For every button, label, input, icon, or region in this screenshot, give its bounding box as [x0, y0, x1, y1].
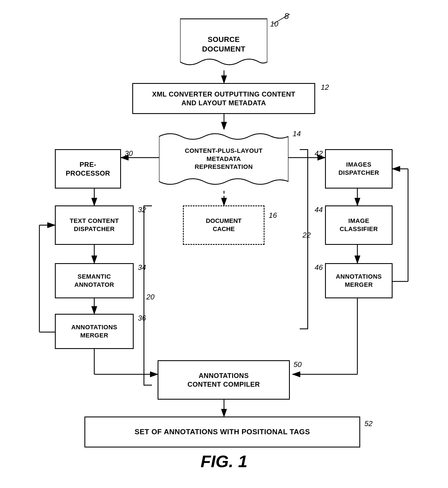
ref-12: 12 — [321, 83, 329, 92]
annotations-content-compiler-box: ANNOTATIONS CONTENT COMPILER — [158, 360, 290, 400]
ref-42: 42 — [315, 149, 323, 158]
ref-50: 50 — [294, 360, 302, 369]
ref-14: 14 — [293, 129, 301, 138]
text-content-dispatcher-box: TEXT CONTENT DISPATCHER — [55, 205, 134, 245]
ref-46: 46 — [315, 263, 323, 272]
ref-16: 16 — [269, 211, 277, 220]
set-of-annotations-box: SET OF ANNOTATIONS WITH POSITIONAL TAGS — [84, 417, 360, 447]
set-of-annotations-label: SET OF ANNOTATIONS WITH POSITIONAL TAGS — [135, 427, 310, 437]
ref-22: 22 — [303, 231, 311, 239]
document-cache-label: DOCUMENT CACHE — [206, 217, 241, 233]
ref-30: 30 — [125, 149, 133, 158]
pre-processor-box: PRE- PROCESSOR — [55, 149, 121, 189]
annotations-merger-right-label: ANNOTATIONS MERGER — [336, 273, 382, 289]
xml-converter-label: XML CONVERTER OUTPUTTING CONTENT AND LAY… — [152, 90, 295, 107]
diagram-container: SOURCE DOCUMENT 10 8 XML CONVERTER OUTPU… — [0, 0, 448, 488]
pre-processor-label: PRE- PROCESSOR — [66, 160, 110, 178]
image-classifier-label: IMAGE CLASSIFIER — [340, 217, 378, 233]
ref8-arrow — [270, 13, 293, 27]
annotations-merger-left-box: ANNOTATIONS MERGER — [55, 314, 134, 349]
content-plus-layout-label: CONTENT-PLUS-LAYOUT METADATA REPRESENTAT… — [185, 147, 263, 171]
content-plus-layout-box: CONTENT-PLUS-LAYOUT METADATA REPRESENTAT… — [159, 129, 288, 189]
images-dispatcher-label: IMAGES DISPATCHER — [339, 161, 379, 177]
svg-line-26 — [273, 14, 290, 24]
document-cache-box: DOCUMENT CACHE — [183, 205, 265, 245]
fig-label: FIG. 1 — [0, 452, 448, 471]
annotations-merger-left-label: ANNOTATIONS MERGER — [71, 323, 117, 339]
source-document-box: SOURCE DOCUMENT — [180, 18, 267, 70]
semantic-annotator-box: SEMANTIC ANNOTATOR — [55, 263, 134, 298]
source-document-label: SOURCE DOCUMENT — [202, 35, 245, 54]
ref-20: 20 — [146, 293, 154, 301]
annotations-content-compiler-label: ANNOTATIONS CONTENT COMPILER — [187, 371, 260, 389]
images-dispatcher-box: IMAGES DISPATCHER — [325, 149, 393, 189]
annotations-merger-right-box: ANNOTATIONS MERGER — [325, 263, 393, 298]
ref-52: 52 — [364, 419, 373, 428]
ref-44: 44 — [315, 205, 323, 214]
xml-converter-box: XML CONVERTER OUTPUTTING CONTENT AND LAY… — [132, 83, 315, 114]
semantic-annotator-label: SEMANTIC ANNOTATOR — [74, 273, 114, 289]
text-content-dispatcher-label: TEXT CONTENT DISPATCHER — [70, 217, 119, 233]
image-classifier-box: IMAGE CLASSIFIER — [325, 205, 393, 245]
